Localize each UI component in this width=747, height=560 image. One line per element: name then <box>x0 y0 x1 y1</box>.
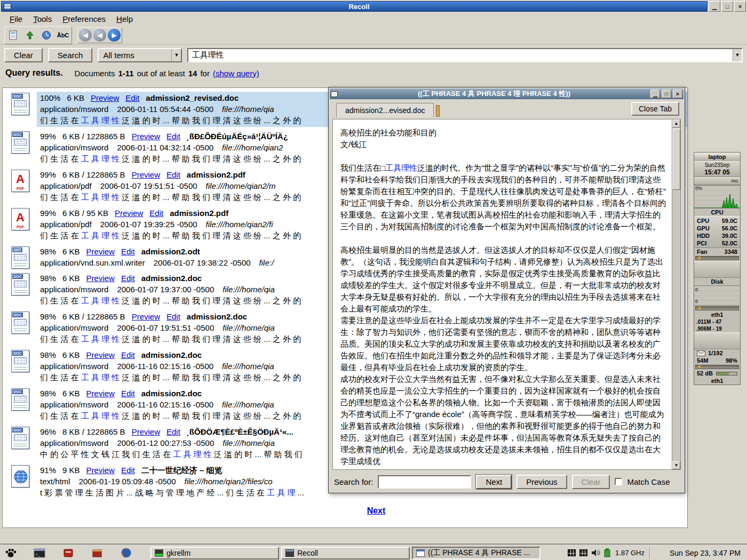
timer-button[interactable]: eth1 <box>694 377 740 385</box>
sensor-name: GPU <box>697 225 710 232</box>
preview-link[interactable]: Preview <box>132 426 160 437</box>
result-size: 6 KB / 95 KB <box>62 207 108 219</box>
close-button[interactable]: × <box>734 1 746 12</box>
preview-text-segment: 泛滥的时代。作为“世之显学”的诸种以“事实”与“价值”的二分为荣的自然科学和社会… <box>340 163 666 231</box>
nav-forward-icon[interactable]: ▶ <box>108 29 121 42</box>
minimize-button[interactable]: ▁ <box>709 1 720 12</box>
result-url: file:///home/qian2/m <box>206 180 276 191</box>
result-mime: application/msword <box>40 322 108 333</box>
edit-link[interactable]: Edit <box>121 246 135 257</box>
recoll-titlebar[interactable]: Recoll ▁ □ × <box>0 0 747 12</box>
keyboard-layout-icon[interactable] <box>568 549 576 556</box>
scroll-down-icon[interactable]: ▼ <box>672 461 680 469</box>
preview-search-input[interactable] <box>378 475 471 489</box>
edit-link[interactable]: Edit <box>149 207 163 219</box>
red-package-launcher-icon[interactable] <box>90 547 105 559</box>
show-query-link[interactable]: (show query) <box>213 69 259 78</box>
history-dropdown-icon[interactable]: ▼ <box>733 49 742 61</box>
snippet-text: 泛 滥 的 时 ... 帮 助 我 们 理 清 这 些 纷 ... 之 外 的 <box>120 116 301 125</box>
match-case-checkbox[interactable] <box>615 478 622 485</box>
search-mode-select[interactable]: All terms ▼ <box>98 48 182 62</box>
preview-tab[interactable]: admission2...evised.doc <box>336 103 434 117</box>
preview-maximize-button[interactable]: □ <box>662 90 671 98</box>
edit-link[interactable]: Edit <box>121 465 135 476</box>
result-size: 6 KB / 1228865 B <box>62 131 125 142</box>
maximize-button[interactable]: □ <box>721 1 733 12</box>
red-app-launcher-icon[interactable] <box>61 547 76 559</box>
taskbar-task-gkrellm[interactable]: gkrellm <box>150 547 279 559</box>
nav-back-icon[interactable]: ◀ <box>79 29 92 42</box>
snippet-text: 泛 滥 的 时 ... 帮 助 我 们 理 清 这 些 纷 ... 之 外 的 <box>120 154 301 163</box>
preview-link[interactable]: Preview <box>115 207 143 219</box>
edit-link[interactable]: Edit <box>121 388 135 399</box>
result-score: 98% <box>40 246 56 257</box>
paw-launcher-icon[interactable] <box>3 547 18 559</box>
pager-icon[interactable] <box>579 549 587 556</box>
edit-link[interactable]: Edit <box>121 349 135 361</box>
doc-file-icon: DOC <box>4 272 37 295</box>
term-explorer-icon[interactable]: ÂbC <box>55 28 70 43</box>
scrollbar-thumb[interactable] <box>672 129 680 190</box>
edit-link[interactable]: Edit <box>166 426 180 437</box>
search-input[interactable] <box>188 49 733 61</box>
taskbar-clock[interactable]: Sun Sep 23, 3:47 PM <box>654 549 744 557</box>
matched-term: 工 具 理 性 <box>81 334 120 343</box>
result-title: admission2.odt <box>141 246 200 257</box>
menu-help[interactable]: Help <box>111 13 138 25</box>
preview-text[interactable]: 高校招生的社会功能和目的文/钱江我们生活在□工具理性泛滥的时代。作为“世之显学”… <box>333 119 672 469</box>
edit-link[interactable]: Edit <box>125 92 139 103</box>
doc-file-icon: DOC <box>4 349 37 372</box>
preview-link[interactable]: Preview <box>132 169 160 180</box>
nav-back2-icon[interactable]: ◀ <box>93 29 106 42</box>
recoll-window-icon <box>285 549 294 557</box>
scrollbar-track[interactable] <box>672 127 680 461</box>
edit-link[interactable]: Edit <box>166 131 180 142</box>
document-table-icon[interactable] <box>6 28 21 43</box>
preview-minimize-button[interactable]: ▁ <box>650 90 660 98</box>
preview-link[interactable]: Preview <box>86 349 115 361</box>
preview-scrollbar[interactable]: ▲ ▼ <box>672 119 680 469</box>
preview-link[interactable]: Preview <box>86 273 115 284</box>
edit-link[interactable]: Edit <box>166 169 180 180</box>
speaker-icon[interactable] <box>591 549 600 557</box>
preview-clear-button[interactable]: Clear <box>572 475 610 489</box>
sensor-readout: HDD39.0C <box>694 232 740 239</box>
preview-link[interactable]: Preview <box>86 246 115 257</box>
menu-file[interactable]: File <box>4 13 28 25</box>
preview-link[interactable]: Preview <box>86 388 115 399</box>
preview-link[interactable]: Preview <box>91 92 119 103</box>
edit-link[interactable]: Edit <box>121 273 135 284</box>
close-tab-button[interactable]: Close Tab <box>631 102 679 116</box>
menu-tools[interactable]: Tools <box>28 13 57 25</box>
gkrellm-small-label: mo <box>694 178 740 184</box>
gkrellm-monitor[interactable]: laptop Sun23Sep 15:47 05 mo 0% CPU CPU59… <box>694 152 741 385</box>
scroll-up-icon[interactable]: ▲ <box>672 119 680 127</box>
result-mime: application/msword <box>40 103 108 115</box>
result-score: 100% <box>40 92 60 103</box>
menu-preferences[interactable]: Preferences <box>57 13 111 25</box>
preview-link[interactable]: Preview <box>132 311 160 322</box>
taskbar-task-preview[interactable]: ((工 PHRASE 4 具 PHRASE ... <box>412 547 541 559</box>
preview-link[interactable]: Preview <box>86 465 115 476</box>
clear-button[interactable]: Clear <box>4 48 43 62</box>
preview-previous-button[interactable]: Previous <box>516 475 567 489</box>
edit-link[interactable]: Edit <box>166 311 180 322</box>
firefox-launcher-icon[interactable] <box>118 547 133 559</box>
pdf-file-icon: APDF <box>4 207 37 230</box>
result-date: 2006-01-12 00:27:53 -0500 <box>117 437 214 449</box>
result-title: admission2_revised.doc <box>146 92 239 103</box>
preview-titlebar[interactable]: ((工 PHRASE 4 具 PHRASE 4 理 PHRASE 4 性)) ▁… <box>330 89 684 99</box>
next-page-link[interactable]: Next <box>367 506 386 515</box>
battery-icon[interactable] <box>604 548 610 557</box>
result-url: file:///home/qia <box>222 284 275 295</box>
clock-icon[interactable] <box>39 28 54 43</box>
preview-link[interactable]: Preview <box>132 131 160 142</box>
terminal-launcher-icon[interactable]: >_ <box>32 547 47 559</box>
preview-close-button[interactable]: × <box>673 90 682 98</box>
taskbar-task-recoll[interactable]: Recoll <box>281 547 410 559</box>
search-button[interactable]: Search <box>48 48 93 62</box>
preview-paragraph: 我们生活在□工具理性泛滥的时代。作为“世之显学”的诸种以“事实”与“价值”的二分… <box>340 162 667 233</box>
preview-next-button[interactable]: Next <box>476 475 512 489</box>
result-range: 1-11 <box>118 69 133 78</box>
up-arrow-icon[interactable] <box>22 28 37 43</box>
